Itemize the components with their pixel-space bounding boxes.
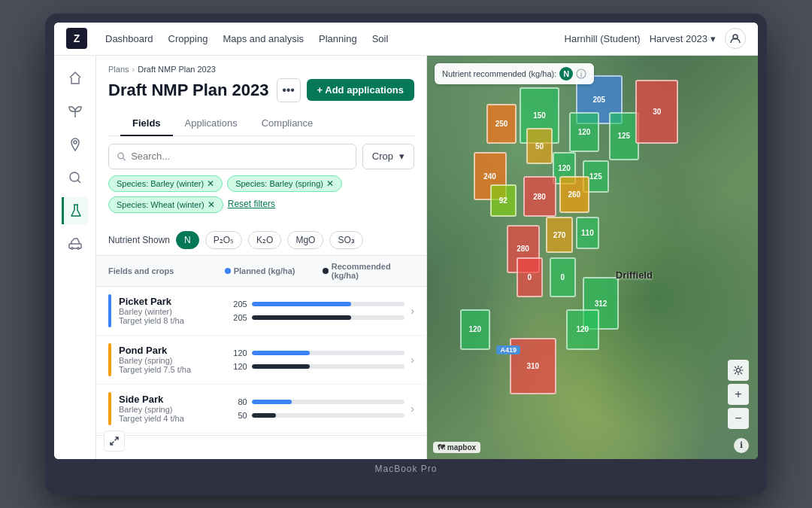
map-field-patch[interactable]: 250 [486,104,517,144]
map-info-button[interactable]: ℹ [734,438,749,453]
nutrient-btn-p2o5[interactable]: P₂O₅ [205,231,242,249]
planned-bar-row: 205 [226,300,405,309]
filter-tag-barley-spring[interactable]: Species: Barley (spring) ✕ [227,175,342,192]
map-zoom-out-button[interactable]: − [728,408,749,429]
map-field-patch[interactable]: 0 [517,257,543,298]
chevron-right-icon: › [411,403,414,415]
search-input[interactable] [131,151,348,162]
recommended-bar-row: 205 [226,313,405,322]
sidebar-icon-farm[interactable] [62,65,89,92]
map-field-patch[interactable]: 260 [559,176,589,212]
panel-header: Plans › Draft NMP Plan 2023 Draft NMP Pl… [96,56,426,136]
collapse-panel-button[interactable] [104,430,125,452]
nutrient-btn-mgo[interactable]: MgO [287,231,323,249]
panel-footer [96,435,426,459]
sidebar-icon-vehicle[interactable] [62,230,89,257]
map-panel: 150 205 250 50 120 125 30 240 120 125 92… [427,56,758,459]
field-color-indicator [108,294,111,327]
sidebar-icon-analysis[interactable] [62,164,89,191]
sidebar-icon-pin[interactable] [62,131,89,158]
nav-link-planning[interactable]: Planning [319,33,357,44]
add-applications-button[interactable]: + Add applications [307,79,414,101]
map-field-patch[interactable]: 120 [460,309,490,350]
sidebar-icon-flask[interactable] [62,197,89,224]
harvest-dropdown[interactable]: Harvest 2023 ▾ [650,33,716,44]
table-row[interactable]: Pond Park Barley (spring) Target yield 7… [96,336,426,385]
info-icon[interactable]: i [576,68,586,79]
map-field-patch[interactable]: 92 [490,184,517,217]
nav-link-dashboard[interactable]: Dashboard [105,33,153,44]
nutrient-btn-n[interactable]: N [176,231,199,249]
table-section: Fields and crops Planned (kg/ha) Recomme… [96,256,426,435]
screen: Z DashboardCroppingMaps and analysisPlan… [54,23,758,459]
map-settings-button[interactable] [728,360,749,381]
map-controls: + − [728,360,749,429]
tabs: Fields Applications Compliance [108,111,414,136]
map-location-label: Driffield [616,269,653,281]
tab-fields[interactable]: Fields [120,111,173,136]
filter-tag-barley-winter[interactable]: Species: Barley (winter) ✕ [108,175,223,192]
map-field-patch[interactable]: 0 [550,257,576,298]
farm-name: Harnhill (Student) [565,33,641,44]
laptop-frame: Z DashboardCroppingMaps and analysisPlan… [45,14,767,495]
search-icon [117,151,126,162]
reset-filters-link[interactable]: Reset filters [228,196,275,213]
nav-link-cropping[interactable]: Cropping [168,33,208,44]
planned-dot [225,268,231,274]
svg-point-9 [737,368,741,372]
nutrient-btn-k2o[interactable]: K₂O [248,231,281,249]
search-input-wrap[interactable] [108,144,356,169]
col-header-name: Fields and crops [108,266,219,275]
remove-filter-icon[interactable]: ✕ [208,199,215,210]
sidebar-icons [54,56,96,459]
road-label: A419 [496,345,520,354]
crop-dropdown[interactable]: Crop ▾ [362,144,414,169]
field-bars: 80 50 [226,397,405,420]
active-filters: Species: Barley (winter) ✕ Species: Barl… [108,175,414,213]
recommended-dot [323,268,329,274]
table-header-row: Fields and crops Planned (kg/ha) Recomme… [96,256,426,287]
map-field-patch[interactable]: 120 [569,112,599,153]
field-bars: 205 205 [226,300,405,322]
user-profile-icon[interactable] [725,28,746,49]
map-field-patch[interactable]: 120 [566,309,599,350]
nav-right: Harnhill (Student) Harvest 2023 ▾ [565,28,746,49]
tab-compliance[interactable]: Compliance [250,111,326,136]
more-options-button[interactable]: ••• [277,78,301,102]
remove-filter-icon[interactable]: ✕ [326,178,334,189]
map-zoom-in-button[interactable]: + [728,384,749,405]
col-header-planned: Planned (kg/ha) [225,266,317,275]
nav-link-maps-and-analysis[interactable]: Maps and analysis [223,33,304,44]
recommended-bar-row: 120 [226,362,405,371]
planned-bar-row: 120 [226,348,405,357]
map-field-patch[interactable]: 110 [576,217,599,249]
nutrient-btn-so3[interactable]: SO₃ [329,231,362,249]
map-field-patch[interactable]: 125 [609,112,639,160]
nav-link-soil[interactable]: Soil [372,33,389,44]
planned-bar-row: 80 [226,397,405,406]
table-row[interactable]: Picket Park Barley (winter) Target yield… [96,287,426,336]
map-field-patch[interactable]: 50 [526,128,553,164]
tab-applications[interactable]: Applications [173,111,250,136]
chevron-right-icon: › [411,354,414,366]
remove-filter-icon[interactable]: ✕ [207,178,214,189]
top-nav: Z DashboardCroppingMaps and analysisPlan… [54,23,758,56]
map-field-patch[interactable]: 280 [523,176,556,217]
sidebar-icon-crop[interactable] [62,98,89,125]
map-field-patch[interactable]: 270 [546,217,572,253]
left-panel: Plans › Draft NMP Plan 2023 Draft NMP Pl… [96,56,427,459]
field-info: Side Park Barley (spring) Target yield 4… [119,394,226,423]
field-bars: 120 120 [226,348,405,371]
recommended-bar-row: 50 [226,411,405,420]
mapbox-logo: 🗺 mapbox [433,442,480,453]
nutrient-row: Nutrient Shown N P₂O₅ K₂O MgO SO₃ [96,227,426,256]
nutrient-key: N [559,67,573,81]
map-field-patch[interactable]: 30 [635,80,678,144]
main-content: Plans › Draft NMP Plan 2023 Draft NMP Pl… [54,56,758,459]
svg-point-1 [74,141,77,144]
app-logo[interactable]: Z [66,28,87,49]
table-row[interactable]: Side Park Barley (spring) Target yield 4… [96,385,426,433]
col-header-recommended: Recommended (kg/ha) [323,262,414,280]
filter-tag-wheat-winter[interactable]: Species: Wheat (winter) ✕ [108,196,223,213]
field-color-indicator [108,343,111,376]
